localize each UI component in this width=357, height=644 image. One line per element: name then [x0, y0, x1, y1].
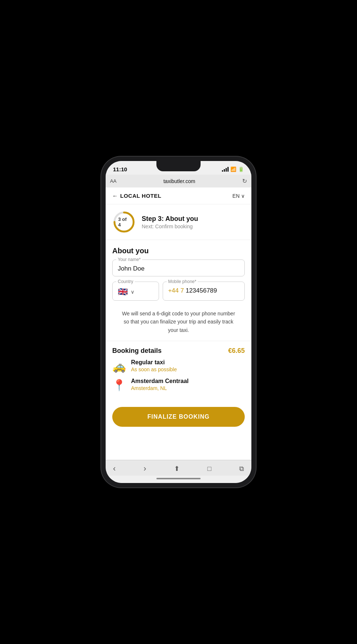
phone-field[interactable]: Mobile phone* +44 7 123456789	[163, 282, 245, 301]
step-next: Next: Confirm booking	[142, 223, 198, 229]
country-flag: 🇬🇧	[118, 287, 128, 297]
step-info: Step 3: About you Next: Confirm booking	[142, 215, 198, 229]
home-bar	[156, 478, 201, 479]
browser-url[interactable]: taxibutler.com	[119, 178, 239, 184]
booking-item-taxi: 🚕 Regular taxi As soon as possible	[112, 359, 245, 373]
battery-icon: 🔋	[238, 167, 244, 172]
status-time: 11:10	[113, 166, 127, 172]
bottom-browser-nav: ‹ › ⬆ □ ⧉	[106, 460, 251, 476]
name-field[interactable]: Your name* John Doe	[112, 260, 245, 276]
taxi-title: Regular taxi	[131, 359, 177, 366]
step-fraction: 3 of 4	[118, 217, 130, 228]
name-label: Your name*	[116, 257, 142, 262]
language-selector[interactable]: EN ∨	[233, 193, 245, 199]
about-you-form: Your name* John Doe Country 🇬🇧 ∨ Mobile …	[106, 260, 251, 341]
finalize-button-wrap: FINALIZE BOOKING	[106, 403, 251, 433]
country-selector[interactable]: Country 🇬🇧 ∨	[112, 282, 159, 301]
phone-prefix: +44 7	[168, 287, 184, 294]
browser-forward-button[interactable]: ›	[144, 464, 146, 473]
page-content: ← LOCAL HOTEL EN ∨ 3 of 4	[106, 187, 251, 460]
home-indicator	[106, 476, 251, 483]
back-arrow-icon: ←	[112, 193, 118, 199]
destination-pin-icon: 📍	[112, 379, 126, 391]
language-label: EN	[233, 193, 240, 199]
country-phone-row: Country 🇬🇧 ∨ Mobile phone* +44 7 1234567…	[112, 282, 245, 301]
destination-info: Amsterdam Centraal Amsterdam, NL	[131, 378, 189, 391]
booking-item-destination: 📍 Amsterdam Centraal Amsterdam, NL	[112, 378, 245, 391]
browser-bookmarks-button[interactable]: □	[207, 465, 211, 473]
step-title: Step 3: About you	[142, 215, 198, 223]
nav-header: ← LOCAL HOTEL EN ∨	[106, 187, 251, 204]
destination-subtitle: Amsterdam, NL	[131, 385, 189, 391]
booking-price: €6.65	[228, 347, 245, 355]
phone-label: Mobile phone*	[167, 279, 198, 284]
phone-value: +44 7 123456789	[168, 286, 239, 294]
browser-reload-button[interactable]: ↻	[242, 178, 247, 185]
step-indicator: 3 of 4 Step 3: About you Next: Confirm b…	[106, 204, 251, 240]
name-value: John Doe	[118, 264, 239, 272]
finalize-booking-button[interactable]: FINALIZE BOOKING	[112, 407, 245, 427]
browser-share-button[interactable]: ⬆	[174, 465, 180, 473]
destination-title: Amsterdam Centraal	[131, 378, 189, 384]
wifi-icon: 📶	[230, 167, 236, 172]
taxi-icon: 🚕	[112, 360, 126, 373]
hotel-name: LOCAL HOTEL	[120, 193, 162, 199]
taxi-info: Regular taxi As soon as possible	[131, 359, 177, 372]
browser-bar: AA taxibutler.com ↻	[106, 175, 251, 187]
browser-tabs-button[interactable]: ⧉	[239, 465, 244, 473]
chevron-down-icon: ∨	[241, 193, 245, 199]
booking-items-list: 🚕 Regular taxi As soon as possible 📍 Ams…	[106, 359, 251, 403]
taxi-subtitle: As soon as possible	[131, 366, 177, 372]
status-icons: 📶 🔋	[222, 167, 244, 172]
signal-bars-icon	[222, 167, 229, 172]
step-progress-circle: 3 of 4	[112, 210, 136, 234]
country-label: Country	[116, 279, 135, 284]
country-chevron-icon: ∨	[131, 289, 134, 295]
back-button[interactable]: ← LOCAL HOTEL	[112, 193, 161, 199]
booking-header: Booking details €6.65	[106, 341, 251, 359]
sms-notice: We will send a 6-digit code to your phon…	[112, 306, 245, 341]
phone-number: 123456789	[185, 287, 217, 294]
browser-back-button[interactable]: ‹	[113, 464, 116, 473]
booking-title: Booking details	[112, 347, 162, 355]
browser-aa-button[interactable]: AA	[110, 178, 116, 184]
